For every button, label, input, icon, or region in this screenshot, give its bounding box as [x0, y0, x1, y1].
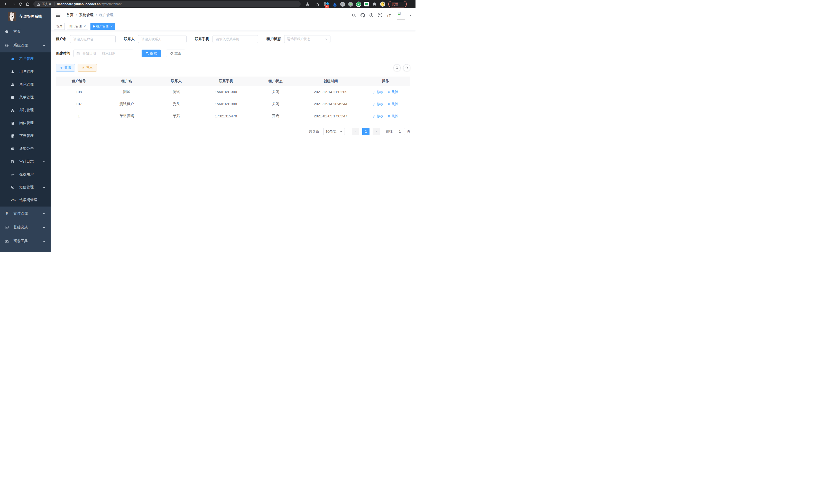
- chrome-update-button[interactable]: 更新 ⋮: [388, 1, 407, 7]
- sidebar-item-dict[interactable]: 字典管理: [0, 129, 51, 142]
- avatar-dropdown-caret-icon[interactable]: [409, 14, 412, 17]
- col-status: 租户状态: [251, 77, 300, 86]
- tab-home[interactable]: 首页: [54, 23, 65, 30]
- font-size-icon[interactable]: тT: [387, 13, 391, 18]
- edit-link[interactable]: 修改: [373, 90, 383, 94]
- status-select[interactable]: 请选择租户状态: [284, 35, 331, 43]
- chrome-menu-icon[interactable]: ⋮: [401, 3, 404, 5]
- dashboard-icon: [5, 30, 9, 34]
- extension-kite-icon[interactable]: [332, 2, 337, 7]
- extension-badge: 10: [325, 5, 329, 8]
- sidebar-item-audit-log[interactable]: 审计日志: [0, 155, 51, 168]
- profile-avatar-icon[interactable]: [380, 2, 385, 7]
- table-row: 108 测试 测试 15601691300 关闭 2021-12-14 21:0…: [56, 86, 410, 98]
- forward-icon[interactable]: [10, 1, 17, 8]
- sidebar-item-online-user[interactable]: 在线用户: [0, 168, 51, 181]
- goto-page-input[interactable]: [395, 128, 405, 135]
- page-size-select[interactable]: 10条/页: [323, 128, 345, 135]
- extension-blue-diamond-icon[interactable]: 10: [324, 2, 329, 7]
- extension-command-icon[interactable]: ⌘: [340, 2, 345, 7]
- delete-link[interactable]: 删除: [388, 114, 398, 118]
- app-logo-area[interactable]: 芋道管理系统: [0, 8, 51, 25]
- help-icon[interactable]: [369, 13, 374, 18]
- close-icon[interactable]: ✕: [84, 25, 86, 28]
- extensions-puzzle-icon[interactable]: [372, 2, 377, 7]
- sidebar-item-infra[interactable]: 基础设施: [0, 220, 51, 234]
- col-actions: 操作: [361, 77, 410, 86]
- breadcrumb: 首页 / 系统管理 / 租户管理: [66, 13, 114, 18]
- export-button[interactable]: 导出: [78, 64, 97, 72]
- reload-icon[interactable]: [17, 1, 24, 8]
- create-time-label: 创建时间: [56, 51, 70, 56]
- broken-image-icon: [397, 11, 401, 16]
- next-page-button[interactable]: [373, 128, 380, 135]
- sidebar-item-tenant[interactable]: 租户管理: [0, 52, 51, 65]
- home-icon[interactable]: [24, 1, 31, 8]
- gear-icon: [5, 44, 9, 48]
- user-icon: [11, 70, 15, 74]
- sidebar-item-notice[interactable]: 通知公告: [0, 142, 51, 155]
- breadcrumb-home[interactable]: 首页: [66, 13, 74, 18]
- chevron-down-icon: [42, 212, 46, 215]
- close-icon[interactable]: ✕: [110, 25, 113, 28]
- date-range-picker[interactable]: 开始日期 - 结束日期: [74, 50, 133, 57]
- add-button[interactable]: 新增: [56, 64, 75, 72]
- sidebar-item-error-code[interactable]: </> 错误码管理: [0, 194, 51, 207]
- bookmark-star-icon[interactable]: [314, 1, 321, 8]
- edit-icon: [373, 90, 376, 93]
- delete-link[interactable]: 删除: [388, 102, 398, 106]
- chevron-up-icon: [42, 44, 46, 47]
- chevron-down-icon: [340, 130, 343, 133]
- sidebar: 芋道管理系统 首页 系统管理 租户管理 用户管理: [0, 8, 51, 252]
- sidebar-item-home[interactable]: 首页: [0, 25, 51, 38]
- delete-link[interactable]: 删除: [388, 90, 398, 94]
- sidebar-item-sms[interactable]: 短信管理: [0, 181, 51, 194]
- search-button[interactable]: 搜索: [142, 50, 161, 57]
- app-title: 芋道管理系统: [20, 14, 42, 19]
- table-row: 1 芋道源码 芋艿 17321315478 开启 2021-01-05 17:0…: [56, 110, 410, 122]
- status-label: 租户状态: [266, 37, 281, 41]
- toggle-search-button[interactable]: [393, 64, 401, 71]
- address-bar[interactable]: 不安全 dashboard.yudao.iocoder.cn/system/te…: [33, 1, 300, 7]
- github-icon[interactable]: [361, 13, 365, 18]
- sidebar-item-system[interactable]: 系统管理: [0, 38, 51, 52]
- sidebar-item-dept[interactable]: 部门管理: [0, 104, 51, 117]
- edit-link[interactable]: 修改: [373, 114, 383, 118]
- edit-link[interactable]: 修改: [373, 102, 383, 106]
- mobile-input[interactable]: [212, 35, 258, 43]
- reset-button[interactable]: 重置: [166, 50, 185, 57]
- back-icon[interactable]: [3, 1, 10, 8]
- extension-y-icon[interactable]: Y: [356, 2, 361, 7]
- sidebar-item-user[interactable]: 用户管理: [0, 65, 51, 78]
- tenant-name-input[interactable]: [70, 35, 116, 43]
- prev-page-button[interactable]: [352, 128, 359, 135]
- chevron-left-icon: [354, 130, 357, 133]
- tab-dept[interactable]: 部门管理 ✕: [67, 23, 88, 30]
- page-unit-label: 页: [407, 129, 410, 134]
- security-warning-icon[interactable]: 不安全: [37, 2, 52, 6]
- trash-icon: [388, 90, 391, 93]
- contact-input[interactable]: [138, 35, 187, 43]
- extension-record-icon[interactable]: [348, 2, 353, 7]
- breadcrumb-system[interactable]: 系统管理: [79, 13, 93, 18]
- url-path: /system/tenant: [101, 2, 121, 6]
- download-icon: [82, 66, 85, 69]
- user-avatar[interactable]: [397, 11, 405, 20]
- sidebar-item-devtools[interactable]: 研发工具: [0, 234, 51, 248]
- extension-chat-icon[interactable]: [364, 2, 369, 7]
- tab-tenant[interactable]: 租户管理 ✕: [90, 23, 115, 30]
- money-icon: ¥: [5, 211, 9, 216]
- plus-icon: [60, 66, 63, 69]
- sidebar-item-post[interactable]: 岗位管理: [0, 117, 51, 129]
- share-icon[interactable]: [304, 1, 311, 8]
- sidebar-item-pay[interactable]: ¥ 支付管理: [0, 207, 51, 220]
- sidebar-item-menu[interactable]: 菜单管理: [0, 91, 51, 104]
- sidebar-item-role[interactable]: 角色管理: [0, 78, 51, 91]
- sidebar-collapse-icon[interactable]: [55, 13, 62, 18]
- search-icon: [146, 52, 149, 55]
- page-number-1[interactable]: 1: [362, 128, 370, 135]
- fullscreen-icon[interactable]: [378, 13, 382, 18]
- header-search-icon[interactable]: [352, 13, 356, 18]
- refresh-table-button[interactable]: [403, 64, 410, 71]
- log-icon: [11, 160, 15, 164]
